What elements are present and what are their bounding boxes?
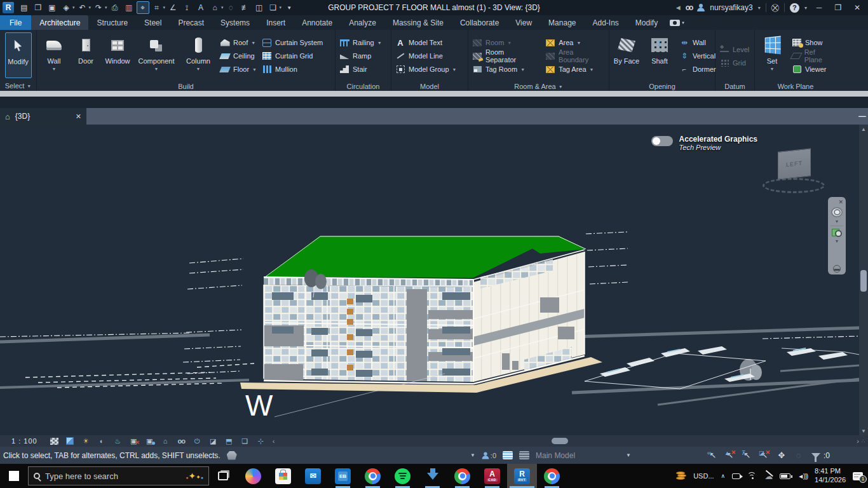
worksharing-dropdown-icon[interactable]: ▼ bbox=[470, 452, 475, 458]
render-icon[interactable]: ◌ bbox=[225, 1, 238, 14]
tab-massing-site[interactable]: Massing & Site bbox=[384, 15, 452, 30]
tab-modify[interactable]: Modify bbox=[627, 15, 666, 30]
wifi-icon[interactable] bbox=[747, 472, 757, 480]
viewcube[interactable]: LEFT bbox=[757, 150, 827, 194]
tab-systems[interactable]: Systems bbox=[212, 15, 258, 30]
crop-region-icon[interactable]: ▣ bbox=[142, 436, 158, 446]
user-avatar-icon[interactable] bbox=[697, 4, 705, 11]
tab-insert[interactable]: Insert bbox=[258, 15, 294, 30]
task-view-icon[interactable] bbox=[218, 471, 228, 480]
detail-level-icon[interactable] bbox=[46, 436, 62, 446]
tab-add-ins[interactable]: Add-Ins bbox=[584, 15, 627, 30]
crop-view-icon[interactable]: ▣✕ bbox=[126, 436, 142, 446]
zoom-dropdown-icon[interactable]: ▼ bbox=[835, 239, 839, 243]
help-dropdown-icon[interactable]: ▾ bbox=[804, 5, 807, 11]
set-button[interactable]: Set▼ bbox=[759, 32, 785, 79]
tab-analyze[interactable]: Analyze bbox=[341, 15, 384, 30]
redo-icon[interactable]: ↷ bbox=[92, 1, 105, 14]
app-store[interactable] bbox=[268, 464, 298, 488]
dormer-button[interactable]: ⌐Dormer bbox=[679, 64, 716, 75]
tab-precast[interactable]: Precast bbox=[170, 15, 212, 30]
restore-button[interactable]: ❐ bbox=[831, 3, 845, 12]
select-underlay-icon[interactable]: ↖▲✕ bbox=[724, 451, 736, 461]
scroll-down-icon[interactable]: ▼ bbox=[861, 426, 866, 435]
horizontal-scrollbar[interactable] bbox=[277, 437, 854, 445]
close-view-icon[interactable]: ✕ bbox=[76, 112, 81, 121]
customize-qat-icon[interactable]: ▼ bbox=[283, 1, 295, 14]
section-icon[interactable]: ∠ bbox=[166, 1, 179, 14]
battery-icon[interactable] bbox=[780, 473, 790, 479]
mullion-button[interactable]: Mullion bbox=[262, 64, 323, 75]
search-highlights-icon[interactable]: ●✦✦● bbox=[186, 471, 203, 481]
design-option-dropdown-icon[interactable]: ▼ bbox=[626, 452, 631, 458]
viewcube-compass-ring[interactable] bbox=[763, 178, 825, 193]
tab-view[interactable]: View bbox=[507, 15, 540, 30]
close-button[interactable]: ✕ bbox=[850, 3, 864, 12]
railing-button[interactable]: Railing▼ bbox=[339, 37, 382, 48]
insert-icon[interactable]: ▥ bbox=[123, 1, 135, 14]
dropdown-arrow-icon[interactable]: ▾ bbox=[105, 5, 107, 10]
view-tab-3d[interactable]: ⌂ {3D} ✕ bbox=[0, 108, 86, 125]
search-icon[interactable]: oo bbox=[686, 3, 693, 12]
area-button[interactable]: Area▼ bbox=[545, 37, 605, 48]
filter-icon[interactable] bbox=[810, 451, 822, 461]
room-separator-button[interactable]: Room Separator bbox=[472, 51, 536, 62]
coins-icon[interactable] bbox=[676, 471, 686, 480]
wall-button[interactable]: Wall▼ bbox=[41, 32, 67, 79]
vertical-opening-button[interactable]: ⇕Vertical bbox=[679, 51, 716, 62]
minimize-button[interactable]: ─ bbox=[812, 3, 826, 12]
scroll-up-icon[interactable]: ▲ bbox=[861, 125, 866, 133]
app-spotify[interactable] bbox=[388, 464, 417, 488]
wall-opening-button[interactable]: ⇹Wall bbox=[679, 37, 716, 48]
navbar-close-icon[interactable]: ✕ bbox=[838, 199, 843, 205]
meet-now-icon[interactable] bbox=[732, 473, 740, 479]
building-model[interactable]: W bbox=[0, 125, 859, 435]
column-button[interactable]: Column▼ bbox=[182, 32, 215, 79]
undo-icon[interactable]: ↶ bbox=[76, 1, 89, 14]
model-text-button[interactable]: AModel Text bbox=[395, 37, 457, 48]
accelerated-graphics-toggle[interactable] bbox=[651, 136, 673, 146]
render-dialog-icon[interactable]: ♨ bbox=[110, 436, 126, 446]
print-icon[interactable]: ⎙ bbox=[109, 1, 121, 14]
reveal-constraints-icon[interactable]: ⊹ bbox=[253, 436, 269, 446]
tab-annotate[interactable]: Annotate bbox=[294, 15, 341, 30]
building-left-facade[interactable] bbox=[264, 285, 473, 382]
curtain-system-button[interactable]: Curtain System bbox=[262, 37, 323, 48]
thin-lines-icon[interactable]: ≢ bbox=[239, 1, 252, 14]
revit-logo-icon[interactable]: R bbox=[3, 2, 14, 13]
dropdown-arrow-icon[interactable]: ▾ bbox=[72, 5, 75, 10]
viewcube-face[interactable]: LEFT bbox=[778, 148, 811, 179]
app-outlook[interactable]: ✉ bbox=[298, 464, 328, 488]
app-chrome-3[interactable] bbox=[537, 464, 567, 488]
dropdown-arrow-icon[interactable]: ▾ bbox=[89, 5, 92, 10]
navbar-collapse-icon[interactable]: ▬ bbox=[833, 265, 841, 273]
taskbar-search[interactable]: Type here to search ●✦✦● bbox=[28, 466, 209, 485]
window-button[interactable]: Window bbox=[104, 32, 131, 79]
panel-label-room-area[interactable]: Room & Area▼ bbox=[468, 82, 609, 91]
tag-area-button[interactable]: Tag Area▼ bbox=[545, 64, 605, 75]
tab-structure[interactable]: Structure bbox=[88, 15, 136, 30]
app-revit[interactable]: RRVT bbox=[507, 464, 537, 488]
app-eb[interactable]: EB bbox=[328, 464, 358, 488]
modify-button[interactable]: Modify bbox=[5, 32, 32, 78]
component-button[interactable]: Component▼ bbox=[136, 32, 177, 79]
analytical-model-icon[interactable]: ⬒ bbox=[221, 436, 237, 446]
lock-3d-view-icon[interactable]: ⌂ bbox=[158, 436, 173, 446]
by-face-button[interactable]: By Face bbox=[613, 32, 640, 79]
viewer-button[interactable]: Viewer bbox=[792, 64, 832, 75]
help-icon[interactable]: ? bbox=[790, 3, 799, 13]
app-chrome-2[interactable] bbox=[447, 464, 477, 488]
worksets-icon[interactable] bbox=[503, 451, 513, 459]
measure-active-icon[interactable]: ⌖ bbox=[137, 1, 149, 14]
hscroll-right-icon[interactable]: › bbox=[857, 437, 859, 445]
dropdown-arrow-icon[interactable]: ▾ bbox=[221, 5, 224, 10]
shaft-button[interactable]: Shaft bbox=[646, 32, 673, 79]
tray-chevron-up-icon[interactable]: ∧ bbox=[721, 473, 726, 479]
select-links-icon[interactable]: ↖∞ bbox=[707, 451, 719, 461]
tab-architecture[interactable]: Architecture bbox=[31, 15, 88, 30]
app-copilot[interactable] bbox=[238, 464, 268, 488]
steering-wheel-icon[interactable] bbox=[831, 207, 843, 217]
ramp-button[interactable]: Ramp bbox=[339, 51, 382, 62]
stair-button[interactable]: Stair bbox=[339, 64, 382, 75]
save-icon[interactable]: ▣ bbox=[46, 1, 58, 14]
